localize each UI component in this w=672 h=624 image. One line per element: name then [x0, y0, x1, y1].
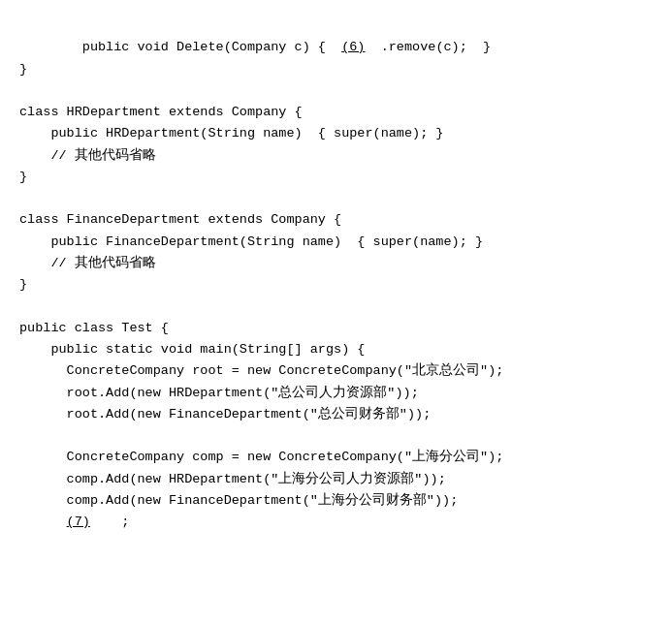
line-12: }	[19, 277, 27, 292]
line-5: public HRDepartment(String name) { super…	[19, 126, 443, 140]
line-14: public class Test {	[19, 321, 169, 335]
line-7: }	[19, 170, 27, 184]
line-22: comp.Add(new FinanceDepartment("上海分公司财务部…	[19, 493, 458, 508]
line-23: (7) ;	[19, 515, 129, 529]
line-21: comp.Add(new HRDepartment("上海分公司人力资源部"))…	[19, 472, 446, 486]
line-2: }	[19, 62, 27, 77]
line-10: public FinanceDepartment(String name) { …	[19, 234, 483, 249]
line-9: class FinanceDepartment extends Company …	[19, 212, 341, 227]
blank-6: (6)	[341, 40, 365, 54]
blank-7: (7)	[67, 515, 90, 529]
line-15: public static void main(String[] args) {	[19, 342, 365, 357]
line-20: ConcreteCompany comp = new ConcreteCompa…	[19, 450, 503, 464]
line-17: root.Add(new HRDepartment("总公司人力资源部"));	[19, 386, 419, 400]
code-content: public void Delete(Company c) { (6) .rem…	[19, 16, 653, 533]
line-18: root.Add(new FinanceDepartment("总公司财务部")…	[19, 407, 431, 421]
line-11: // 其他代码省略	[19, 256, 156, 270]
line-6: // 其他代码省略	[19, 148, 156, 163]
line-1: public void Delete(Company c) { (6) .rem…	[50, 40, 491, 54]
line-4: class HRDepartment extends Company {	[19, 105, 303, 119]
line-16: ConcreteCompany root = new ConcreteCompa…	[19, 363, 503, 378]
